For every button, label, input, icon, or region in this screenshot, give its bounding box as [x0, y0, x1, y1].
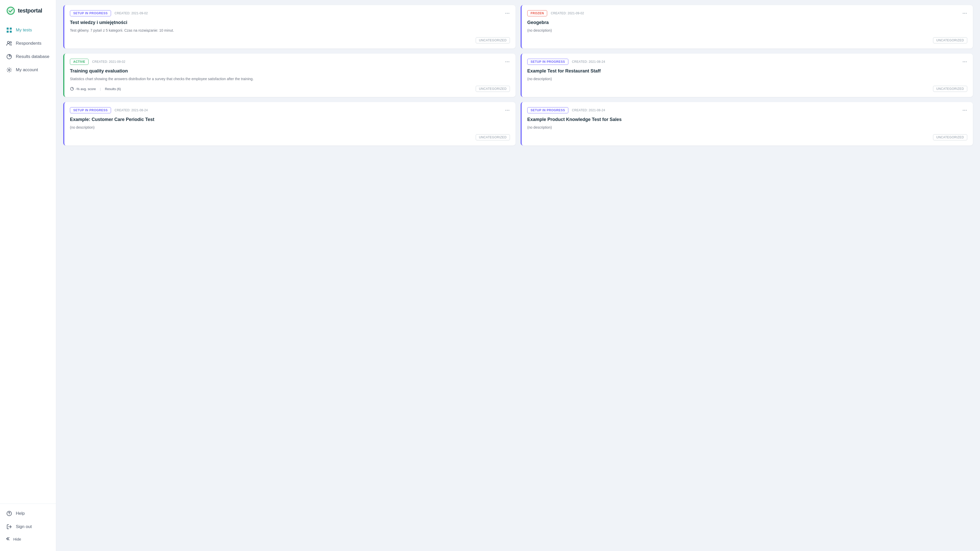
sidebar-item-sign-out[interactable]: Sign out — [0, 520, 56, 533]
svg-point-15 — [507, 13, 508, 14]
svg-point-32 — [966, 110, 967, 111]
card-description: Statistics chart showing the answers dis… — [70, 76, 510, 82]
separator: | — [100, 87, 100, 91]
svg-point-16 — [509, 13, 509, 14]
status-badge: SETUP IN PROGRESS — [70, 10, 111, 16]
svg-rect-3 — [10, 27, 12, 30]
card-card-2[interactable]: FROZEN CREATED: 2021-09-02 Geogebra (no … — [520, 5, 973, 48]
card-description: (no description) — [527, 76, 967, 82]
card-footer: UNCATEGORIZED — [527, 37, 967, 43]
sidebar-item-label-results-database: Results database — [16, 54, 49, 59]
created-date: CREATED: 2021-09-02 — [115, 11, 148, 15]
chevron-left-icon — [6, 537, 11, 542]
status-badge: FROZEN — [527, 10, 547, 16]
status-badge: SETUP IN PROGRESS — [527, 107, 568, 113]
more-options-button[interactable] — [505, 59, 510, 64]
sidebar: testportal My tests — [0, 0, 56, 551]
svg-point-28 — [507, 110, 508, 111]
avg-score-stat: -% avg. score — [70, 87, 96, 91]
card-header: SETUP IN PROGRESS CREATED: 2021-08-24 — [527, 59, 967, 65]
card-footer: -% avg. score | Results (6) UNCATEGORIZE… — [70, 86, 510, 92]
results-count: Results (6) — [105, 87, 121, 91]
score-icon — [70, 87, 74, 91]
card-footer: UNCATEGORIZED — [527, 86, 967, 92]
nav-menu: My tests Respondents — [0, 24, 56, 545]
more-options-button[interactable] — [505, 11, 510, 16]
card-description: (no description) — [527, 125, 967, 130]
card-title: Example: Customer Care Periodic Test — [70, 117, 510, 122]
card-card-5[interactable]: SETUP IN PROGRESS CREATED: 2021-08-24 Ex… — [63, 102, 515, 145]
svg-point-6 — [7, 41, 10, 43]
help-icon — [6, 510, 12, 516]
card-description: Test główny. 7 pytań z 5 kategorii. Czas… — [70, 28, 510, 33]
category-badge: UNCATEGORIZED — [476, 86, 510, 92]
card-description: (no description) — [70, 125, 510, 130]
card-stats: -% avg. score | Results (6) — [70, 87, 121, 91]
svg-point-30 — [963, 110, 964, 111]
people-icon — [6, 40, 12, 46]
more-options-button[interactable] — [962, 108, 967, 113]
sidebar-item-label-respondents: Respondents — [16, 41, 41, 46]
sidebar-item-respondents[interactable]: Respondents — [0, 37, 56, 50]
created-date: CREATED: 2021-09-02 — [92, 60, 125, 64]
brand-name: testportal — [18, 7, 42, 14]
sidebar-item-my-tests[interactable]: My tests — [0, 24, 56, 37]
svg-rect-5 — [10, 30, 12, 33]
svg-point-27 — [506, 110, 506, 111]
chart-icon — [6, 54, 12, 60]
category-badge: UNCATEGORIZED — [933, 86, 967, 92]
sidebar-hide-toggle[interactable]: Hide — [0, 533, 56, 545]
more-options-button[interactable] — [962, 11, 967, 16]
more-options-button[interactable] — [505, 108, 510, 113]
sidebar-item-my-account[interactable]: My account — [0, 63, 56, 76]
svg-point-22 — [509, 62, 509, 62]
svg-point-14 — [506, 13, 506, 14]
created-date: CREATED: 2021-08-24 — [115, 108, 148, 112]
created-date: CREATED: 2021-09-02 — [551, 11, 584, 15]
sidebar-item-label-help: Help — [16, 511, 25, 516]
svg-point-21 — [507, 62, 508, 62]
created-date: CREATED: 2021-08-24 — [572, 108, 605, 112]
hide-label: Hide — [13, 537, 21, 541]
svg-rect-2 — [6, 27, 9, 30]
svg-rect-4 — [6, 30, 9, 33]
card-header: SETUP IN PROGRESS CREATED: 2021-08-24 — [70, 107, 510, 113]
svg-point-31 — [964, 110, 965, 111]
card-card-3[interactable]: ACTIVE CREATED: 2021-09-02 Training qual… — [63, 54, 515, 97]
card-card-1[interactable]: SETUP IN PROGRESS CREATED: 2021-09-02 Te… — [63, 5, 515, 48]
category-badge: UNCATEGORIZED — [476, 37, 510, 43]
card-card-6[interactable]: SETUP IN PROGRESS CREATED: 2021-08-24 Ex… — [520, 102, 973, 145]
logo-icon — [6, 6, 15, 15]
card-card-4[interactable]: SETUP IN PROGRESS CREATED: 2021-08-24 Ex… — [520, 54, 973, 97]
status-badge: SETUP IN PROGRESS — [527, 59, 568, 65]
card-title: Example Test for Restaurant Staff — [527, 68, 967, 74]
card-title: Test wiedzy i umiejętności — [70, 20, 510, 25]
sidebar-item-results-database[interactable]: Results database — [0, 50, 56, 63]
card-header: SETUP IN PROGRESS CREATED: 2021-08-24 — [527, 107, 967, 113]
card-header: SETUP IN PROGRESS CREATED: 2021-09-02 — [70, 10, 510, 16]
created-date: CREATED: 2021-08-24 — [572, 60, 605, 64]
logo-area: testportal — [0, 6, 56, 24]
grid-icon — [6, 27, 12, 33]
status-badge: ACTIVE — [70, 59, 89, 65]
svg-point-19 — [966, 13, 967, 14]
card-title: Training quality evaluation — [70, 68, 510, 74]
gear-icon — [6, 67, 12, 73]
card-footer: UNCATEGORIZED — [527, 134, 967, 140]
svg-point-20 — [506, 62, 506, 62]
svg-point-18 — [964, 13, 965, 14]
sidebar-item-help[interactable]: Help — [0, 507, 56, 520]
card-title: Example Product Knowledge Test for Sales — [527, 117, 967, 122]
sidebar-item-label-my-account: My account — [16, 67, 38, 72]
card-description: (no description) — [527, 28, 967, 33]
card-header: FROZEN CREATED: 2021-09-02 — [527, 10, 967, 16]
more-options-button[interactable] — [962, 59, 967, 64]
main-content: SETUP IN PROGRESS CREATED: 2021-09-02 Te… — [56, 0, 980, 551]
nav-bottom: Help Sign out — [0, 503, 56, 545]
card-footer: UNCATEGORIZED — [70, 37, 510, 43]
signout-icon — [6, 524, 12, 530]
category-badge: UNCATEGORIZED — [476, 134, 510, 140]
card-header: ACTIVE CREATED: 2021-09-02 — [70, 59, 510, 65]
category-badge: UNCATEGORIZED — [933, 37, 967, 43]
svg-point-7 — [10, 41, 11, 43]
